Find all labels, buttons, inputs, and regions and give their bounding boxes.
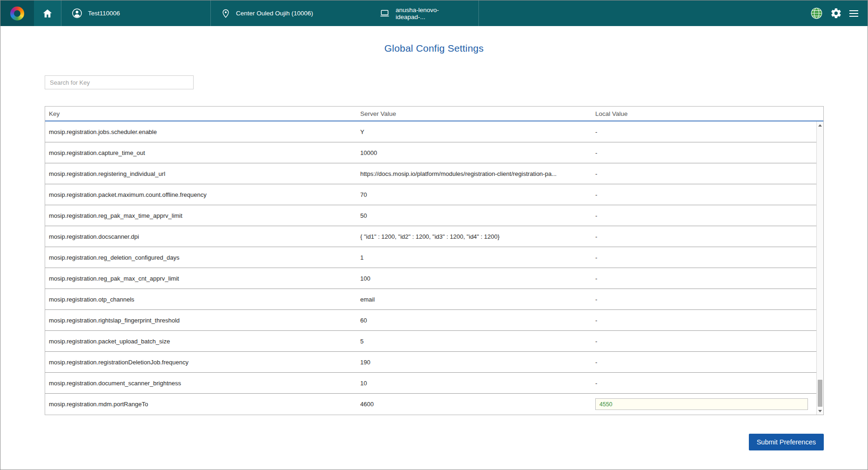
local-value-cell: - [595,149,816,156]
globe-online-status-icon[interactable] [810,7,823,20]
local-value-cell: - [595,317,816,324]
local-value-cell: - [595,296,816,303]
submit-preferences-button[interactable]: Submit Preferences [749,434,824,450]
local-value-cell: - [595,338,816,345]
server-value-cell: 100 [360,275,595,282]
server-value-cell: 190 [360,359,595,366]
key-cell: mosip.registration.reg_pak_max_cnt_apprv… [45,275,360,282]
config-row: mosip.registration.reg_deletion_configur… [45,247,816,268]
key-cell: mosip.registration.packet_upload_batch_s… [45,338,360,345]
top-bar: Test110006 Center Ouled Oujih (10006) an… [0,0,868,26]
config-row: mosip.registration.registering_individua… [45,163,816,184]
server-value-cell: email [360,296,595,303]
server-value-cell: 50 [360,212,595,219]
config-row: mosip.registration.rightslap_fingerprint… [45,310,816,331]
local-value-cell: - [595,380,816,387]
main-content: Global Config Settings Key Server Value … [0,43,868,450]
config-row: mosip.registration.jobs.scheduler.enable… [45,121,816,142]
server-value-cell: 60 [360,317,595,324]
location-pin-icon [221,9,230,18]
local-value-cell: - [595,128,816,135]
table-rows: mosip.registration.jobs.scheduler.enable… [45,121,816,415]
column-header-key: Key [45,110,360,117]
table-header: Key Server Value Local Value [45,107,823,121]
scroll-down-arrow-icon[interactable] [817,407,823,415]
machine-name: anusha-lenovo-ideapad-... [396,7,468,20]
table-body: mosip.registration.jobs.scheduler.enable… [45,121,823,415]
key-cell: mosip.registration.jobs.scheduler.enable [45,128,360,135]
key-cell: mosip.registration.docscanner.dpi [45,233,360,240]
center-name: Center Ouled Oujih (10006) [236,10,313,17]
settings-gear-icon[interactable] [830,7,842,19]
user-icon [72,8,82,19]
key-cell: mosip.registration.capture_time_out [45,149,360,156]
server-value-cell: 70 [360,191,595,198]
server-value-cell: 10000 [360,149,595,156]
key-cell: mosip.registration.reg_pak_max_time_appr… [45,212,360,219]
local-value-cell: - [595,170,816,177]
config-row: mosip.registration.document_scanner_brig… [45,373,816,394]
server-value-cell: 1 [360,254,595,261]
server-value-cell: 5 [360,338,595,345]
local-value-cell: - [595,212,816,219]
column-header-server: Server Value [360,110,595,117]
home-icon [42,8,53,19]
config-row: mosip.registration.mdm.portRangeTo4600 [45,394,816,415]
column-header-local: Local Value [595,110,823,117]
key-cell: mosip.registration.document_scanner_brig… [45,380,360,387]
app-window: Test110006 Center Ouled Oujih (10006) an… [0,0,868,470]
mosip-logo [0,0,34,26]
local-value-cell: - [595,359,816,366]
local-value-cell [595,398,816,410]
laptop-icon [379,8,390,19]
server-value-cell: 4600 [360,401,595,408]
local-value-cell: - [595,191,816,198]
topbar-actions [810,0,868,26]
local-value-cell: - [595,233,816,240]
server-value-cell: Y [360,128,595,135]
home-button[interactable] [34,0,61,26]
user-info: Test110006 [61,0,210,26]
page-title: Global Config Settings [0,43,868,54]
key-cell: mosip.registration.registrationDeletionJ… [45,359,360,366]
config-row: mosip.registration.docscanner.dpi{ "id1"… [45,226,816,247]
local-value-cell: - [595,254,816,261]
user-name: Test110006 [88,10,120,17]
footer-row: Submit Preferences [0,434,868,450]
scrollbar-thumb[interactable] [818,380,822,407]
server-value-cell: https://docs.mosip.io/platform/modules/r… [360,170,595,177]
config-row: mosip.registration.reg_pak_max_cnt_apprv… [45,268,816,289]
key-cell: mosip.registration.rightslap_fingerprint… [45,317,360,324]
config-table: Key Server Value Local Value mosip.regis… [45,106,824,415]
menu-hamburger-icon[interactable] [849,10,858,17]
search-row [0,75,868,89]
topbar-spacer [479,0,810,26]
config-row: mosip.registration.packet.maximum.count.… [45,184,816,205]
table-scrollbar[interactable] [816,121,823,415]
local-value-input[interactable] [595,398,808,410]
key-cell: mosip.registration.registering_individua… [45,170,360,177]
search-key-input[interactable] [45,75,194,89]
key-cell: mosip.registration.otp_channels [45,296,360,303]
scroll-up-arrow-icon[interactable] [817,121,823,129]
key-cell: mosip.registration.packet.maximum.count.… [45,191,360,198]
server-value-cell: { "id1" : 1200, "id2" : 1200, "id3" : 12… [360,233,595,240]
server-value-cell: 10 [360,380,595,387]
config-row: mosip.registration.capture_time_out10000… [45,142,816,163]
center-info: Center Ouled Oujih (10006) [211,0,369,26]
config-row: mosip.registration.packet_upload_batch_s… [45,331,816,352]
mosip-logo-icon [10,7,24,20]
config-row: mosip.registration.reg_pak_max_time_appr… [45,205,816,226]
config-row: mosip.registration.registrationDeletionJ… [45,352,816,373]
key-cell: mosip.registration.reg_deletion_configur… [45,254,360,261]
machine-info: anusha-lenovo-ideapad-... [369,0,478,26]
local-value-cell: - [595,275,816,282]
config-row: mosip.registration.otp_channelsemail- [45,289,816,310]
key-cell: mosip.registration.mdm.portRangeTo [45,401,360,408]
